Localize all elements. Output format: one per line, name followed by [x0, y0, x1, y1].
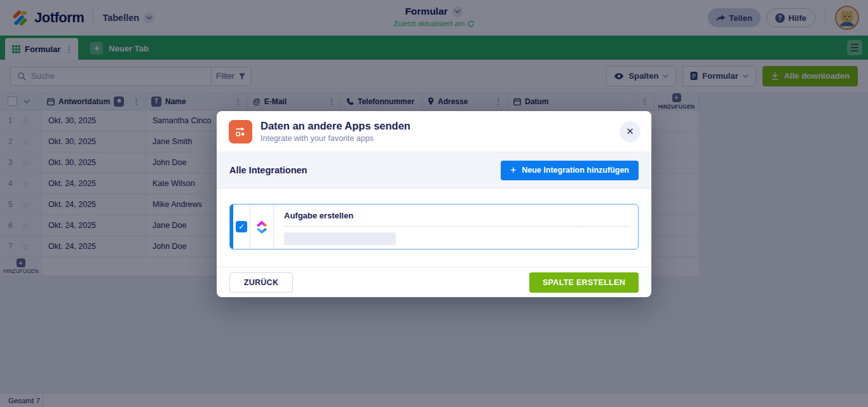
integration-name: Aufgabe erstellen: [284, 211, 629, 220]
send-to-apps-icon: [229, 120, 252, 143]
close-button[interactable]: ✕: [620, 121, 641, 142]
modal-body: ✓: [217, 189, 651, 267]
add-integration-label: Neue Integration hinzufügen: [522, 166, 629, 175]
integrations-section-bar: Alle Integrationen + Neue Integration hi…: [217, 152, 651, 189]
card-content: Aufgabe erstellen: [274, 204, 638, 249]
add-integration-button[interactable]: + Neue Integration hinzufügen: [501, 161, 639, 180]
integration-checkbox[interactable]: ✓: [236, 221, 247, 232]
loading-skeleton: [284, 232, 396, 245]
modal-subtitle: Integrate with your favorite apps: [261, 134, 410, 143]
modal-title-block: Daten an andere Apps senden Integrate wi…: [261, 120, 410, 143]
integration-modal: Daten an andere Apps senden Integrate wi…: [217, 111, 651, 297]
card-logo-cell: [250, 204, 274, 249]
back-button[interactable]: ZURÜCK: [229, 272, 293, 293]
modal-header: Daten an andere Apps senden Integrate wi…: [217, 111, 651, 152]
modal-title: Daten an andere Apps senden: [261, 120, 410, 132]
integration-card[interactable]: ✓: [229, 204, 639, 250]
dashed-divider: [284, 226, 629, 227]
clickup-logo-icon: [255, 219, 269, 234]
card-checkbox-cell: ✓: [233, 204, 250, 249]
section-title: Alle Integrationen: [229, 165, 307, 175]
close-icon: ✕: [626, 126, 634, 137]
modal-footer: ZURÜCK SPALTE ERSTELLEN: [217, 267, 651, 297]
plus-icon: +: [510, 164, 516, 176]
create-column-button[interactable]: SPALTE ERSTELLEN: [529, 272, 639, 293]
